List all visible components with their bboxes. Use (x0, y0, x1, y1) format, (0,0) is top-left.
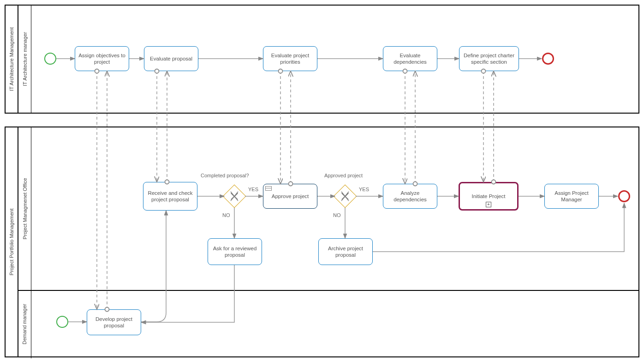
label-no-2: NO (333, 212, 341, 218)
task-ask-reviewed-proposal: Ask for a reviewed proposal (208, 238, 262, 265)
task-archive-proposal: Archive project proposal (318, 238, 373, 265)
task-define-charter: Define project charter specific section (459, 46, 519, 71)
gateway-label-completed: Completed proposal? (201, 173, 249, 178)
service-task-icon (265, 186, 272, 191)
subprocess-marker-icon: + (486, 202, 491, 207)
pool-title: IT Architecture Management (9, 27, 14, 91)
task-assign-objectives: Assign objectives to project (75, 46, 129, 71)
task-label: Approve project (272, 193, 309, 199)
task-evaluate-priorities: Evaluate project priorities (263, 46, 317, 71)
lane-header-pmo: Project Managmenet Office (18, 127, 31, 290)
task-approve-project: Approve project (263, 184, 317, 209)
start-event-demand (56, 316, 68, 328)
task-label: Initiate Project (472, 193, 506, 199)
lane-title: IT Architecture manager (22, 32, 28, 86)
task-receive-check-proposal: Receive and check project proposal (143, 182, 197, 211)
pool-header-it-architecture: IT Architecture Management (6, 6, 18, 113)
pool-header-project-portfolio: Project Portfolio Management (6, 127, 18, 356)
lane-header-it-arch-manager: IT Architecture manager (18, 6, 31, 113)
lane-title: Demand manager (22, 304, 28, 344)
gateway-label-approved: Approved project (324, 173, 363, 178)
start-event-top (44, 53, 56, 65)
lane-header-demand-manager: Demand manager (18, 290, 31, 358)
task-initiate-project: Initiate Project + (459, 182, 519, 211)
bpmn-diagram: IT Architecture Management IT Architectu… (5, 5, 639, 357)
lane-title: Project Managmenet Office (22, 178, 28, 239)
task-evaluate-dependencies: Evaluate dependencies (383, 46, 437, 71)
task-develop-proposal: Develop project proposal (87, 309, 141, 335)
label-yes-1: YES (248, 187, 258, 192)
pool-title: Project Portfolio Management (9, 209, 14, 276)
end-event-top (542, 53, 554, 65)
end-event-pmo (618, 190, 630, 202)
label-yes-2: YES (359, 187, 369, 192)
task-assign-pm: Assign Project Manager (544, 184, 599, 209)
task-analyze-dependencies: Analyze dependencies (383, 184, 437, 209)
task-evaluate-proposal: Evaluate proposal (144, 46, 198, 71)
lane-pmo: Project Managmenet Office (18, 127, 638, 290)
label-no-1: NO (222, 212, 230, 218)
